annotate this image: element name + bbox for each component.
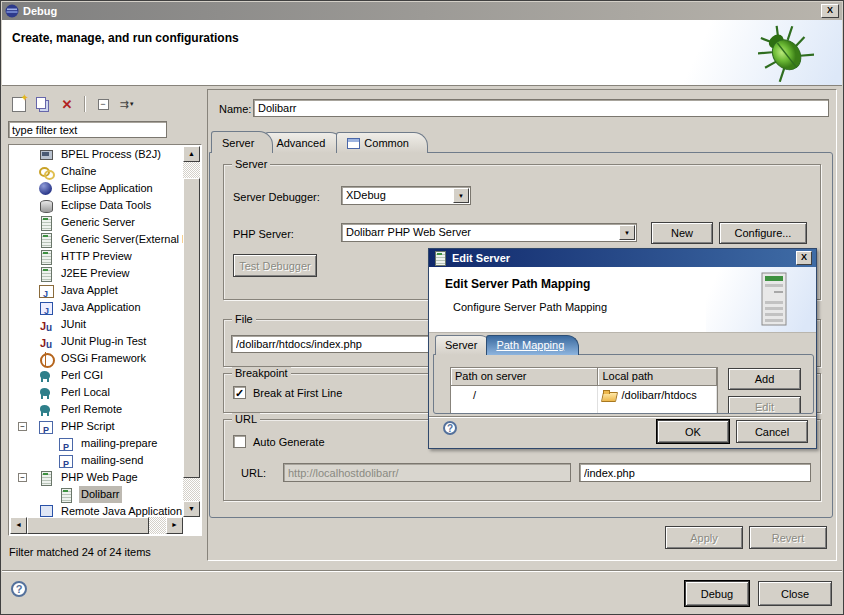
dialog-tab-server-label: Server (445, 339, 477, 351)
add-mapping-button[interactable]: Add (728, 368, 801, 390)
horizontal-scroll-thumb[interactable] (27, 517, 149, 534)
base-url-input (283, 463, 571, 482)
tree-item-mailing-send[interactable]: mailing-send (10, 452, 183, 469)
url-path-input[interactable] (579, 463, 811, 482)
mapping-table-body: //dolibarr/htdocs (451, 386, 717, 414)
scroll-left-icon[interactable]: ◄ (10, 517, 27, 534)
cancel-button[interactable]: Cancel (736, 420, 808, 443)
tree-collapse-expander-icon[interactable]: − (18, 422, 27, 431)
server-icon (38, 250, 54, 264)
filter-input[interactable] (8, 121, 167, 138)
tree-item-label: Perl Remote (59, 401, 124, 418)
server-debugger-select[interactable]: XDebug ▼ (341, 186, 471, 205)
close-button[interactable]: Close (758, 581, 832, 606)
column-local-path[interactable]: Local path (598, 368, 717, 386)
test-debugger-button: Test Debugger (233, 254, 317, 277)
duplicate-config-button[interactable] (33, 94, 53, 114)
edit-server-dialog: Edit Server X Edit Server Path Mapping C… (428, 248, 817, 449)
dialog-help-icon[interactable]: ? (443, 421, 457, 435)
empty-cell (451, 404, 598, 414)
tree-collapse-expander-icon[interactable]: − (18, 473, 27, 482)
tree-item-eclipse-data-tools[interactable]: Eclipse Data Tools (10, 197, 183, 214)
eclipse-icon (38, 182, 54, 196)
tree-item-label: mailing-send (79, 452, 145, 469)
debug-button[interactable]: Debug (685, 581, 749, 606)
tree-vertical-scrollbar[interactable]: ▲ ▼ (183, 146, 200, 517)
ok-button[interactable]: OK (657, 420, 729, 443)
empty-cell (598, 404, 717, 414)
tree-item-junit[interactable]: JUnit (10, 316, 183, 333)
scroll-down-icon[interactable]: ▼ (183, 501, 200, 517)
tree-item-java-application[interactable]: Java Application (10, 299, 183, 316)
path-mapping-pane: Path on server Local path //dolibarr/htd… (433, 354, 814, 414)
tree-item-generic-server[interactable]: Generic Server (10, 214, 183, 231)
banner: Create, manage, and run configurations (2, 20, 842, 86)
dialog-tab-path-mapping[interactable]: Path Mapping (486, 335, 579, 355)
tree-item-java-applet[interactable]: Java Applet (10, 282, 183, 299)
filter-button[interactable]: ⇉▼ (117, 94, 137, 114)
php-server-select[interactable]: Dolibarr PHP Web Server ▼ (341, 223, 637, 242)
scroll-right-icon[interactable]: ► (166, 517, 183, 534)
tree-horizontal-scrollbar[interactable]: ◄ ► (10, 517, 183, 534)
perl-icon (38, 369, 54, 383)
tree-item-http-preview[interactable]: HTTP Preview (10, 248, 183, 265)
tree-item-label: Generic Server (59, 214, 137, 231)
php-icon (58, 437, 74, 451)
name-input[interactable] (253, 99, 829, 117)
dialog-footer-separator (429, 416, 816, 418)
new-config-button[interactable] (9, 94, 29, 114)
delete-config-button[interactable]: ✕ (57, 94, 77, 114)
vertical-scroll-thumb[interactable] (183, 178, 200, 478)
window-titlebar[interactable]: Debug X (2, 2, 842, 20)
tree-item-label: PHP Web Page (59, 469, 140, 486)
server-icon (38, 471, 54, 485)
tree-item-php-script[interactable]: −PHP Script (10, 418, 183, 435)
tab-server[interactable]: Server (211, 131, 273, 153)
database-icon (38, 199, 54, 213)
edit-server-titlebar[interactable]: Edit Server X (429, 249, 816, 267)
chevron-down-icon[interactable]: ▼ (619, 225, 635, 240)
break-at-first-line-checkbox[interactable] (233, 386, 246, 399)
collapse-all-button[interactable]: − (93, 94, 113, 114)
tree-item-php-web-page[interactable]: −PHP Web Page (10, 469, 183, 486)
server-debugger-label: Server Debugger: (233, 191, 320, 203)
tree-item-junit-plug-in-test[interactable]: JUnit Plug-in Test (10, 333, 183, 350)
help-icon[interactable]: ? (11, 581, 27, 597)
edit-server-title: Edit Server (452, 252, 510, 264)
path-mapping-row[interactable]: //dolibarr/htdocs (451, 386, 717, 404)
tree-item-label: Java Application (59, 299, 143, 316)
tab-advanced[interactable]: Advanced (265, 132, 344, 153)
osgi-icon (38, 352, 54, 366)
tree-item-osgi-framework[interactable]: OSGi Framework (10, 350, 183, 367)
configure-server-button[interactable]: Configure... (719, 222, 807, 244)
tree-item-j2ee-preview[interactable]: J2EE Preview (10, 265, 183, 282)
tree-item-perl-local[interactable]: Perl Local (10, 384, 183, 401)
tree-item-eclipse-application[interactable]: Eclipse Application (10, 180, 183, 197)
tree-item-perl-remote[interactable]: Perl Remote (10, 401, 183, 418)
tree-item-remote-java-application[interactable]: Remote Java Application (10, 503, 183, 517)
tab-common[interactable]: Common (336, 132, 428, 153)
perl-icon (38, 403, 54, 417)
tree-item-dolibarr[interactable]: Dolibarr (10, 486, 183, 503)
tree-item-perl-cgi[interactable]: Perl CGI (10, 367, 183, 384)
server-debugger-value: XDebug (346, 189, 452, 201)
tree-item-cha-ne[interactable]: Chaîne (10, 163, 183, 180)
chevron-down-icon[interactable]: ▼ (453, 188, 469, 203)
tree-item-generic-server-external-la[interactable]: Generic Server(External La (10, 231, 183, 248)
tree-item-mailing-prepare[interactable]: mailing-prepare (10, 435, 183, 452)
new-server-button[interactable]: New (651, 222, 713, 244)
break-at-first-line-label: Break at First Line (253, 387, 342, 399)
column-path-on-server[interactable]: Path on server (451, 368, 598, 386)
dialog-close-button[interactable]: X (796, 251, 812, 265)
filter-icon: ⇉ (119, 98, 126, 111)
tab-common-label: Common (364, 133, 409, 153)
dialog-subheading: Configure Server Path Mapping (453, 301, 607, 313)
toolbar-separator (84, 96, 86, 112)
page-title: Create, manage, and run configurations (12, 31, 239, 45)
auto-generate-checkbox[interactable] (233, 435, 246, 448)
dialog-tab-server[interactable]: Server (435, 335, 492, 355)
tree-item-bpel-process-b2j[interactable]: BPEL Process (B2J) (10, 146, 183, 163)
scroll-up-icon[interactable]: ▲ (183, 146, 200, 162)
window-close-button[interactable]: X (821, 4, 839, 18)
apply-button: Apply (665, 526, 743, 549)
